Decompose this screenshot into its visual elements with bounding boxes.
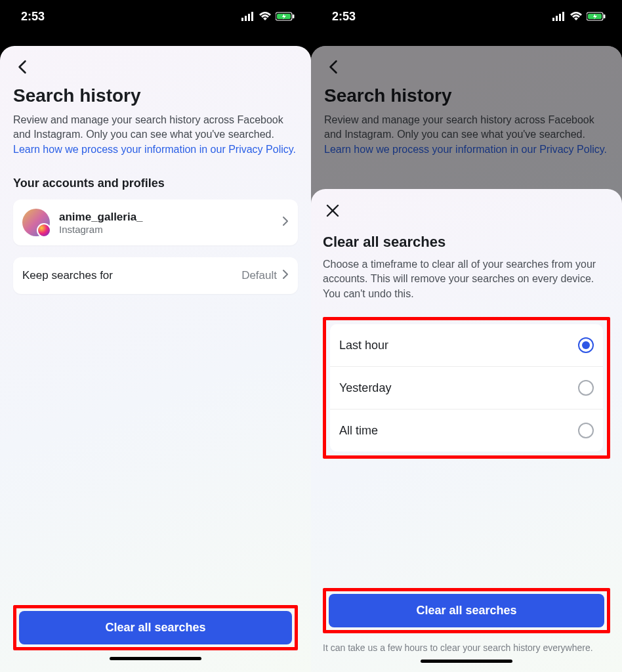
back-button[interactable] <box>13 58 31 76</box>
option-last-hour[interactable]: Last hour <box>330 324 603 367</box>
svg-rect-3 <box>251 12 253 21</box>
svg-rect-13 <box>604 14 606 18</box>
status-time: 2:53 <box>332 10 356 24</box>
option-yesterday[interactable]: Yesterday <box>330 367 603 410</box>
svg-rect-8 <box>556 16 558 21</box>
bottom-area: Clear all searches <box>13 605 298 660</box>
close-icon <box>325 203 340 218</box>
wifi-icon <box>259 12 272 21</box>
account-platform: Instagram <box>59 224 143 235</box>
modal-description: Choose a timeframe to clear all of your … <box>323 257 610 301</box>
svg-rect-9 <box>559 14 561 21</box>
status-bar: 2:53 <box>0 0 311 33</box>
svg-rect-6 <box>293 14 295 18</box>
home-indicator[interactable] <box>110 657 201 660</box>
highlight-box: Clear all searches <box>13 605 298 650</box>
keep-searches-label: Keep searches for <box>22 269 113 282</box>
clear-all-searches-button[interactable]: Clear all searches <box>19 611 292 644</box>
modal-footer: Clear all searches It can take us a few … <box>323 588 610 663</box>
phone-left: 2:53 Search history Review and manage yo… <box>0 0 311 672</box>
accounts-section-title: Your accounts and profiles <box>13 177 298 190</box>
option-label: All time <box>339 424 378 438</box>
back-button <box>324 58 342 76</box>
avatar <box>22 209 50 236</box>
svg-rect-10 <box>562 12 564 21</box>
radio-selected <box>578 337 594 353</box>
footnote: It can take us a few hours to clear your… <box>323 642 610 653</box>
wifi-icon <box>570 12 583 21</box>
account-text: anime_galleria_ Instagram <box>59 211 143 235</box>
svg-rect-0 <box>241 18 243 21</box>
svg-rect-7 <box>552 18 554 21</box>
account-row[interactable]: anime_galleria_ Instagram <box>13 200 298 245</box>
radio-unselected <box>578 380 594 396</box>
chevron-left-icon <box>17 60 28 74</box>
clear-searches-modal: Clear all searches Choose a timeframe to… <box>311 189 622 672</box>
status-bar: 2:53 <box>311 0 622 33</box>
signal-icon <box>241 12 255 21</box>
status-icons <box>552 12 606 21</box>
radio-unselected <box>578 423 594 438</box>
desc-text: Review and manage your search history ac… <box>13 114 283 140</box>
status-time: 2:53 <box>21 10 45 24</box>
option-label: Yesterday <box>339 381 391 395</box>
timeframe-options: Last hour Yesterday All time <box>330 324 603 452</box>
chevron-right-icon <box>282 216 289 229</box>
chevron-right-icon <box>282 269 289 282</box>
status-icons <box>241 12 295 21</box>
page-description: Review and manage your search history ac… <box>324 113 609 157</box>
account-name: anime_galleria_ <box>59 211 143 224</box>
privacy-policy-link[interactable]: Learn how we process your information in… <box>13 144 296 155</box>
highlight-box: Clear all searches <box>323 588 610 633</box>
modal-title: Clear all searches <box>323 234 610 251</box>
option-label: Last hour <box>339 339 388 352</box>
main-sheet: Search history Review and manage your se… <box>0 46 311 672</box>
svg-rect-1 <box>245 16 247 21</box>
home-indicator[interactable] <box>421 660 512 663</box>
chevron-left-icon <box>328 60 339 74</box>
phone-right: 2:53 Search history Review and manage yo… <box>311 0 622 672</box>
option-all-time[interactable]: All time <box>330 410 603 452</box>
highlight-box: Last hour Yesterday All time <box>323 317 610 459</box>
page-description: Review and manage your search history ac… <box>13 113 298 157</box>
signal-icon <box>552 12 566 21</box>
clear-all-searches-button[interactable]: Clear all searches <box>329 594 604 627</box>
svg-rect-2 <box>248 14 250 21</box>
battery-icon <box>587 12 606 21</box>
desc-text: Review and manage your search history ac… <box>324 114 594 140</box>
keep-searches-row[interactable]: Keep searches for Default <box>13 257 298 294</box>
options-wrap: Last hour Yesterday All time <box>323 317 610 459</box>
privacy-policy-link: Learn how we process your information in… <box>324 144 607 155</box>
keep-searches-value: Default <box>241 269 277 282</box>
page-title: Search history <box>13 85 298 106</box>
page-title: Search history <box>324 85 609 106</box>
battery-icon <box>276 12 295 21</box>
close-button[interactable] <box>323 201 342 220</box>
